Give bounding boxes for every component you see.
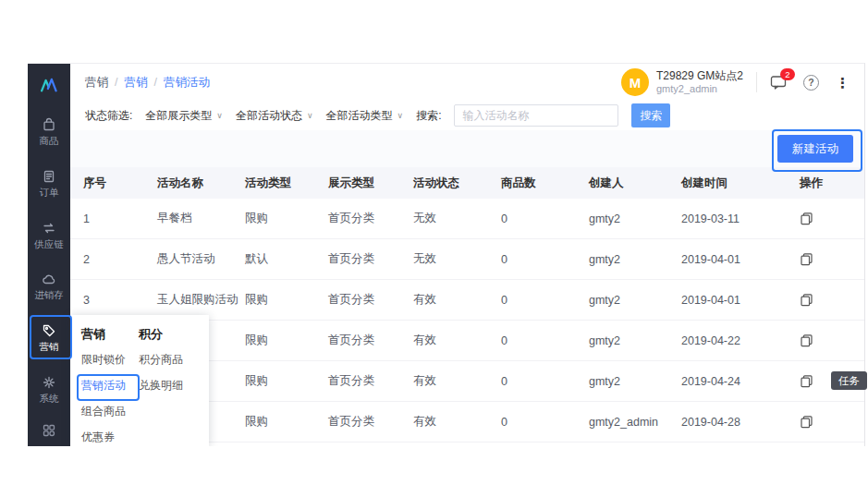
cell-actions: [800, 333, 864, 347]
menu-item-limit-price[interactable]: 限时锁价: [81, 352, 128, 368]
marketing-submenu-popup: 营销 限时锁价 营销活动 组合商品 优惠券 积分 积分商品 兑换明细: [70, 315, 209, 446]
marketing-tag-icon: [42, 323, 56, 338]
menu-item-marketing-activity[interactable]: 营销活动: [81, 378, 128, 394]
sidebar-item-supply-chain[interactable]: 供应链: [28, 209, 70, 261]
inventory-icon: [42, 272, 56, 286]
copy-icon[interactable]: [800, 293, 813, 307]
action-bar: 新建活动: [70, 130, 864, 167]
breadcrumb-item[interactable]: 营销: [124, 75, 163, 91]
activity-status-dropdown[interactable]: 全部活动状态: [236, 108, 313, 124]
sidebar-item-label: 订单: [40, 187, 59, 198]
cell-actions: [800, 252, 864, 266]
chevron-down-icon: [307, 112, 313, 120]
topbar: 营销 营销 营销活动 T29829 GM站点2 gmty2_admin: [70, 64, 864, 101]
submenu-group-points: 积分 积分商品 兑换明细: [139, 326, 185, 435]
cell-type: 限购: [245, 292, 328, 308]
menu-item-coupon[interactable]: 优惠券: [81, 430, 128, 445]
chevron-down-icon: [397, 112, 404, 120]
more-options-button[interactable]: [836, 76, 850, 90]
brand-logo-icon: [621, 68, 649, 96]
cell-no: 3: [83, 294, 157, 307]
copy-icon[interactable]: [800, 415, 813, 429]
status-filter-label: 状态筛选:: [85, 108, 132, 124]
filter-bar: 状态筛选: 全部展示类型 全部活动状态 全部活动类型 搜索: 搜索: [70, 101, 864, 130]
cell-no: 1: [83, 212, 157, 225]
search-input[interactable]: [454, 104, 618, 127]
cell-status: 有效: [413, 292, 501, 308]
table-row[interactable]: 1 早餐档 限购 首页分类 无效 0 gmty2 2019-03-11: [70, 199, 864, 239]
help-button[interactable]: [803, 75, 819, 91]
sidebar-item-label: 营销: [40, 341, 59, 352]
app-window: 商品 订单 供应链: [28, 63, 865, 446]
copy-icon[interactable]: [800, 212, 813, 225]
cell-creator: gmty2: [589, 212, 681, 225]
cell-count: 0: [501, 294, 589, 307]
divider: [756, 72, 757, 92]
cell-status: 有效: [413, 333, 501, 348]
cell-created: 2019-04-28: [681, 416, 800, 429]
cell-created: 2019-04-24: [681, 375, 800, 388]
username: gmty2_admin: [656, 83, 743, 95]
cell-created: 2019-04-01: [681, 294, 800, 307]
column-header: 操作: [800, 176, 864, 191]
copy-icon[interactable]: [800, 252, 813, 266]
submenu-group-title: 积分: [139, 326, 185, 342]
submenu-group-title: 营销: [81, 326, 128, 342]
copy-icon[interactable]: [800, 374, 813, 388]
cell-created: 2019-04-01: [681, 253, 800, 266]
site-name: T29829 GM站点2: [656, 69, 743, 83]
cell-actions: [800, 293, 864, 307]
new-activity-button[interactable]: 新建活动: [777, 135, 853, 163]
cell-display-type: 首页分类: [328, 211, 413, 226]
activity-type-dropdown[interactable]: 全部活动类型: [326, 108, 404, 124]
cell-display-type: 首页分类: [328, 414, 413, 430]
sidebar-item-label: 供应链: [34, 238, 64, 249]
breadcrumb-item[interactable]: 营销: [85, 75, 124, 91]
cell-creator: gmty2: [589, 294, 681, 307]
column-header: 序号: [83, 176, 157, 191]
cell-status: 有效: [413, 414, 501, 430]
supply-chain-icon: [42, 221, 56, 236]
cell-display-type: 首页分类: [328, 373, 413, 389]
cell-name: 愚人节活动: [157, 251, 245, 267]
sidebar-item-goods[interactable]: 商品: [28, 106, 70, 158]
menu-item-points-goods[interactable]: 积分商品: [139, 352, 185, 368]
copy-icon[interactable]: [800, 333, 813, 347]
sidebar-item-apps[interactable]: [28, 415, 70, 446]
sidebar-item-orders[interactable]: 订单: [28, 158, 70, 210]
cell-name: 玉人姐限购活动: [157, 292, 245, 308]
search-label: 搜索:: [416, 108, 441, 124]
cell-creator: gmty2: [589, 253, 681, 266]
sidebar-item-marketing[interactable]: 营销: [28, 312, 70, 364]
cell-count: 0: [501, 253, 589, 266]
cell-status: 无效: [413, 211, 501, 226]
cell-name: 早餐档: [157, 211, 245, 226]
dropdown-value: 全部活动状态: [236, 108, 302, 124]
sidebar: 商品 订单 供应链: [28, 64, 70, 446]
submenu-group-marketing: 营销 限时锁价 营销活动 组合商品 优惠券: [81, 326, 128, 435]
cell-no: 2: [83, 253, 157, 266]
kebab-menu-icon: [836, 76, 850, 90]
sidebar-item-inventory[interactable]: 进销存: [28, 261, 70, 312]
cell-count: 0: [501, 212, 589, 225]
table-row[interactable]: 2 愚人节活动 默认 首页分类 无效 0 gmty2 2019-04-01: [70, 239, 864, 280]
dropdown-value: 全部活动类型: [326, 108, 393, 124]
menu-item-combo-goods[interactable]: 组合商品: [81, 404, 128, 419]
breadcrumb-item: 营销活动: [164, 75, 210, 91]
help-icon: [803, 75, 819, 91]
task-floating-button[interactable]: 任务: [831, 371, 867, 390]
cell-type: 限购: [245, 373, 328, 389]
column-header: 创建人: [589, 176, 681, 191]
sidebar-item-system[interactable]: 系统: [28, 363, 70, 415]
cell-actions: [800, 415, 864, 429]
topbar-right: T29829 GM站点2 gmty2_admin 2: [621, 68, 850, 96]
menu-item-exchange-detail[interactable]: 兑换明细: [139, 378, 185, 394]
messages-button[interactable]: 2: [770, 75, 787, 90]
screenshot-stage: 商品 订单 供应链: [0, 0, 868, 497]
account-menu[interactable]: T29829 GM站点2 gmty2_admin: [621, 68, 743, 96]
cell-type: 限购: [245, 333, 328, 348]
app-logo: [28, 64, 70, 106]
sidebar-item-label: 进销存: [34, 289, 64, 300]
search-button[interactable]: 搜索: [631, 103, 670, 127]
display-type-dropdown[interactable]: 全部展示类型: [145, 108, 223, 124]
